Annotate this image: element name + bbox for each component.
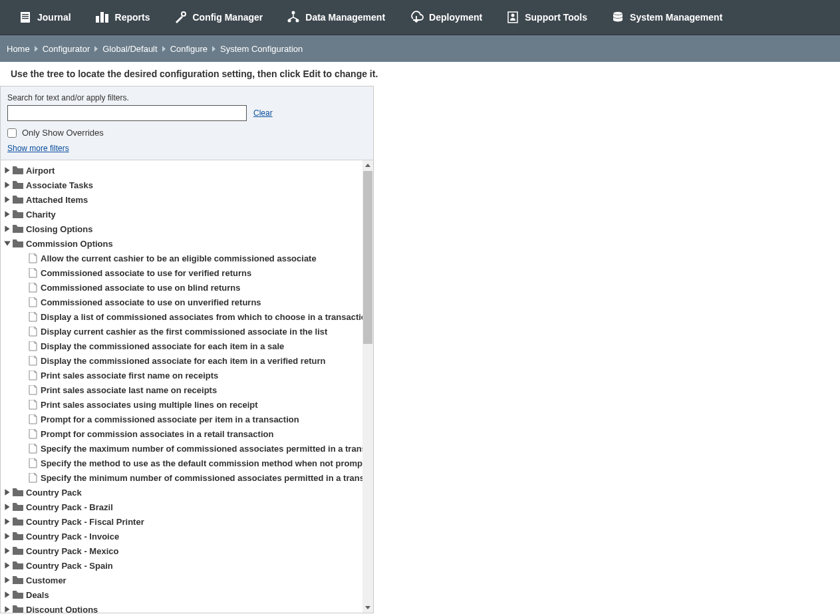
tree-item-label: Print sales associate last name on recei… [41, 385, 217, 395]
scroll-down-button[interactable] [362, 602, 373, 613]
tree-folder[interactable]: Country Pack [3, 485, 373, 500]
svg-rect-3 [22, 18, 29, 19]
tree-item-label: Allow the current cashier to be an eligi… [41, 253, 317, 263]
folder-icon [13, 575, 23, 585]
svg-rect-5 [100, 12, 104, 23]
nav-data-management[interactable]: Data Management [275, 0, 397, 35]
expand-icon[interactable] [3, 561, 11, 569]
tree-item[interactable]: Commissioned associate to use on blind r… [3, 280, 373, 295]
scroll-up-button[interactable] [362, 160, 373, 171]
tree-item-label: Commissioned associate to use for verifi… [41, 268, 251, 278]
svg-rect-2 [22, 16, 29, 17]
tree-folder[interactable]: Airport [3, 163, 373, 178]
expand-icon[interactable] [3, 210, 11, 218]
config-tree-panel: Search for text and/or apply filters. Cl… [0, 86, 374, 613]
breadcrumb-item[interactable]: System Configuration [220, 44, 303, 54]
nav-system-management[interactable]: System Management [599, 0, 734, 35]
tree-item[interactable]: Print sales associate last name on recei… [3, 383, 373, 397]
breadcrumb-item[interactable]: Home [7, 44, 30, 54]
tree-item[interactable]: Specify the maximum number of commission… [3, 441, 373, 456]
expand-icon[interactable] [3, 518, 11, 526]
expand-icon[interactable] [3, 547, 11, 555]
expand-icon[interactable] [3, 605, 11, 613]
svg-rect-18 [13, 210, 17, 212]
tree-item[interactable]: Commissioned associate to use on unverif… [3, 295, 373, 309]
tree-item[interactable]: Print sales associate first name on rece… [3, 368, 373, 383]
nav-label: Support Tools [525, 12, 587, 23]
tree-item[interactable]: Display the commissioned associate for e… [3, 339, 373, 353]
tree-folder-label: Attached Items [26, 195, 88, 205]
breadcrumb-item[interactable]: Configure [170, 44, 208, 54]
tree-item[interactable]: Prompt for a commissioned associate per … [3, 412, 373, 426]
expand-icon[interactable] [3, 532, 11, 540]
tree-item[interactable]: Print sales associates using multiple li… [3, 397, 373, 412]
show-more-filters-link[interactable]: Show more filters [7, 144, 69, 153]
folder-icon [13, 488, 23, 497]
nav-journal[interactable]: Journal [7, 0, 83, 35]
scrollbar[interactable] [362, 160, 373, 613]
filter-area: Search for text and/or apply filters. Cl… [1, 86, 373, 160]
expand-icon[interactable] [3, 576, 11, 584]
tree-folder-label: Discount Options [26, 605, 98, 613]
folder-icon [13, 224, 23, 233]
tree-folder[interactable]: Charity [3, 207, 373, 222]
breadcrumb-item[interactable]: Configurator [43, 44, 90, 54]
file-icon [29, 268, 37, 278]
tree-item-label: Print sales associates using multiple li… [41, 400, 258, 410]
expand-icon[interactable] [3, 225, 11, 233]
tree-item[interactable]: Commissioned associate to use for verifi… [3, 265, 373, 280]
nav-reports[interactable]: Reports [83, 0, 162, 35]
scroll-thumb[interactable] [363, 171, 372, 344]
folder-icon [13, 180, 23, 190]
svg-rect-28 [13, 591, 17, 593]
clear-link[interactable]: Clear [253, 108, 273, 118]
tree-item[interactable]: Display current cashier as the first com… [3, 324, 373, 339]
breadcrumb-item[interactable]: Global/Default [102, 44, 157, 54]
tree-item-label: Prompt for commission associates in a re… [41, 429, 273, 439]
file-icon [29, 385, 37, 395]
tree-item[interactable]: Allow the current cashier to be an eligi… [3, 251, 373, 265]
tree-folder[interactable]: Closing Options [3, 222, 373, 236]
svg-rect-22 [13, 503, 17, 505]
tree-folder[interactable]: Deals [3, 587, 373, 602]
filter-label: Search for text and/or apply filters. [7, 93, 366, 102]
tree-item[interactable]: Display a list of commissioned associate… [3, 309, 373, 324]
svg-rect-29 [13, 605, 17, 607]
expand-icon[interactable] [3, 166, 11, 174]
tree-folder[interactable]: Country Pack - Fiscal Printer [3, 514, 373, 529]
folder-icon [13, 502, 23, 512]
tree-folder[interactable]: Country Pack - Spain [3, 558, 373, 573]
tree-folder[interactable]: Commission Options [3, 236, 373, 251]
expand-icon[interactable] [3, 181, 11, 189]
folder-icon [13, 239, 23, 248]
expand-icon[interactable] [3, 591, 11, 599]
tree-folder[interactable]: Discount Options [3, 602, 373, 613]
tree-folder[interactable]: Country Pack - Invoice [3, 529, 373, 543]
tree-folder[interactable]: Country Pack - Mexico [3, 543, 373, 558]
file-icon [29, 458, 37, 468]
tree-folder[interactable]: Attached Items [3, 192, 373, 207]
tree-folder-label: Country Pack - Fiscal Printer [26, 517, 144, 527]
nav-config-manager[interactable]: Config Manager [162, 0, 275, 35]
nav-deployment[interactable]: Deployment [397, 0, 494, 35]
collapse-icon[interactable] [3, 239, 11, 247]
svg-rect-1 [22, 14, 29, 15]
search-input[interactable] [7, 105, 247, 121]
nav-support-tools[interactable]: Support Tools [494, 0, 599, 35]
tree-item[interactable]: Specify the minimum number of commission… [3, 470, 373, 485]
svg-point-12 [511, 14, 515, 17]
expand-icon[interactable] [3, 503, 11, 511]
tree-folder[interactable]: Country Pack - Brazil [3, 500, 373, 514]
tree-item[interactable]: Specify the method to use as the default… [3, 456, 373, 470]
tree-folder[interactable]: Customer [3, 573, 373, 587]
tree-item-label: Display the commissioned associate for e… [41, 341, 284, 351]
tree-item[interactable]: Display the commissioned associate for e… [3, 353, 373, 368]
expand-icon[interactable] [3, 488, 11, 496]
tree-folder[interactable]: Associate Tasks [3, 178, 373, 192]
only-overrides-checkbox[interactable] [7, 128, 17, 138]
tree-folder-label: Commission Options [26, 239, 113, 249]
tree-item[interactable]: Prompt for commission associates in a re… [3, 426, 373, 441]
expand-icon[interactable] [3, 196, 11, 204]
tree-item-label: Display a list of commissioned associate… [41, 312, 372, 322]
tree-folder-label: Country Pack - Mexico [26, 546, 118, 556]
